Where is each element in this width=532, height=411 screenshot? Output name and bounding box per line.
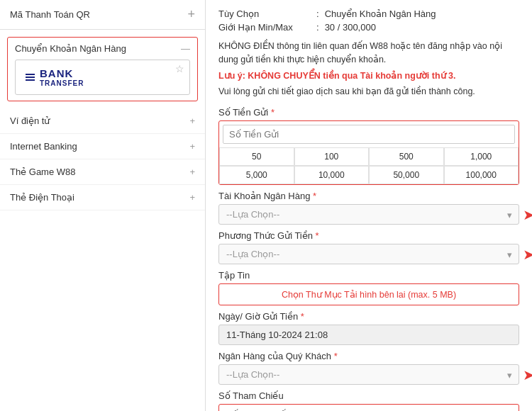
date-group: Ngày/ Giờ Gửi Tiền * 11-Tháng 10-2024 21… (218, 311, 519, 345)
amount-btn-10000[interactable]: 10,000 (294, 166, 370, 184)
option-label: Tùy Chọn (218, 9, 311, 19)
file-upload-button[interactable]: Chọn Thư Mục Tải hình bên lai (max. 5 MB… (218, 283, 519, 305)
bank-transfer-box: BANK TRANSFER ☆ (15, 60, 190, 95)
warning-text-2: Lưu ý: KHÔNG CHUYỂN tiền qua Tài khoản n… (218, 69, 519, 83)
amount-label: Số Tiền Gửi * (218, 107, 519, 118)
amount-btn-5000[interactable]: 5,000 (219, 166, 294, 184)
bank-sub: TRANSFER (40, 79, 84, 87)
amount-btn-100000[interactable]: 100,000 (444, 166, 519, 184)
file-label: Tập Tin (218, 270, 519, 281)
amount-buttons-grid: 50 100 500 1,000 5,000 10,000 50,000 100… (219, 147, 519, 184)
ref-input[interactable] (218, 404, 519, 411)
warning-text-3: Vui lòng gửi chi tiết giao dịch sau khi … (218, 85, 519, 98)
plus-icon: + (189, 192, 195, 203)
sidebar-item-label: Internet Banking (10, 141, 77, 152)
active-item-header: Chuyển Khoản Ngân Hàng — (15, 43, 190, 54)
option-colon: : (316, 9, 319, 19)
red-arrow-bank: ➤ (523, 206, 532, 223)
amount-btn-50[interactable]: 50 (219, 147, 294, 166)
sidebar-header: Mã Thanh Toán QR + (0, 0, 205, 30)
date-label: Ngày/ Giờ Gửi Tiền * (218, 311, 519, 322)
bank-account-select[interactable]: --Lựa Chọn-- (218, 204, 519, 225)
customer-bank-group: Ngân Hàng của Quý Khách * --Lựa Chọn-- ▾… (218, 351, 519, 385)
limit-value: 30 / 300,000 (325, 22, 376, 33)
main-content: Tùy Chọn : Chuyển Khoản Ngân Hàng Giới H… (206, 0, 532, 411)
customer-bank-select[interactable]: --Lựa Chọn-- (218, 364, 519, 385)
sidebar-item-the-game[interactable]: Thẻ Game W88 + (0, 159, 205, 185)
sidebar-header-label: Mã Thanh Toán QR (10, 9, 90, 20)
amount-section: Số Tiền Gửi * 50 100 500 1,000 5,000 10,… (218, 107, 519, 185)
star-icon: ☆ (175, 63, 184, 74)
send-method-label: Phương Thức Gửi Tiền * (218, 230, 519, 241)
collapse-icon[interactable]: — (181, 43, 190, 54)
ref-group: Số Tham Chiếu (218, 390, 519, 411)
customer-bank-select-wrapper: --Lựa Chọn-- ▾ ➤ (218, 364, 519, 385)
limit-row: Giới Hạn Min/Max : 30 / 300,000 (218, 22, 519, 33)
sidebar-item-internet-banking[interactable]: Internet Banking + (0, 134, 205, 159)
qr-plus-icon[interactable]: + (187, 7, 195, 22)
sidebar-item-vi-dien-tu[interactable]: Ví điện tử + (0, 108, 205, 134)
plus-icon: + (189, 141, 195, 152)
bank-account-label: Tài Khoản Ngân Hàng * (218, 191, 519, 201)
amount-input[interactable] (223, 125, 515, 144)
amount-btn-500[interactable]: 500 (369, 147, 444, 166)
ref-label: Số Tham Chiếu (218, 390, 519, 401)
amount-input-section: 50 100 500 1,000 5,000 10,000 50,000 100… (218, 120, 519, 185)
sidebar-item-bank-transfer[interactable]: Chuyển Khoản Ngân Hàng — BANK TRANSFER ☆ (7, 37, 198, 101)
send-method-group: Phương Thức Gửi Tiền * --Lựa Chọn-- ▾ ➤ (218, 230, 519, 264)
bank-name: BANK (40, 67, 84, 79)
bank-account-select-wrapper: --Lựa Chọn-- ▾ ➤ (218, 204, 519, 225)
plus-icon: + (189, 116, 195, 126)
sidebar: Mã Thanh Toán QR + Chuyển Khoản Ngân Hàn… (0, 0, 206, 411)
amount-btn-100[interactable]: 100 (294, 147, 370, 166)
bank-account-group: Tài Khoản Ngân Hàng * --Lựa Chọn-- ▾ ➤ (218, 191, 519, 225)
limit-colon: : (316, 22, 319, 33)
customer-bank-label: Ngân Hàng của Quý Khách * (218, 351, 519, 361)
limit-label: Giới Hạn Min/Max (218, 22, 311, 33)
date-field: 11-Tháng 10-2024 21:08 (218, 325, 519, 345)
active-item-label: Chuyển Khoản Ngân Hàng (15, 43, 126, 54)
plus-icon: + (189, 167, 195, 177)
sidebar-item-label: Thẻ Game W88 (10, 167, 76, 177)
sidebar-item-label: Thẻ Điện Thoại (10, 192, 74, 203)
warning-text-1: KHÔNG ĐIỀN thông tin liên quan đến W88 h… (218, 40, 519, 67)
amount-btn-50000[interactable]: 50,000 (369, 166, 444, 184)
amount-btn-1000[interactable]: 1,000 (444, 147, 519, 166)
red-arrow-method: ➤ (523, 246, 532, 263)
warning-box: KHÔNG ĐIỀN thông tin liên quan đến W88 h… (218, 40, 519, 98)
red-arrow-bank2: ➤ (523, 366, 532, 383)
file-group: Tập Tin Chọn Thư Mục Tải hình bên lai (m… (218, 270, 519, 305)
option-value: Chuyển Khoản Ngân Hàng (325, 9, 436, 19)
option-row: Tùy Chọn : Chuyển Khoản Ngân Hàng (218, 9, 519, 19)
send-method-select[interactable]: --Lựa Chọn-- (218, 244, 519, 264)
sidebar-item-label: Ví điện tử (10, 116, 50, 126)
send-method-select-wrapper: --Lựa Chọn-- ▾ ➤ (218, 244, 519, 264)
sidebar-item-the-dien-thoai[interactable]: Thẻ Điện Thoại + (0, 185, 205, 210)
